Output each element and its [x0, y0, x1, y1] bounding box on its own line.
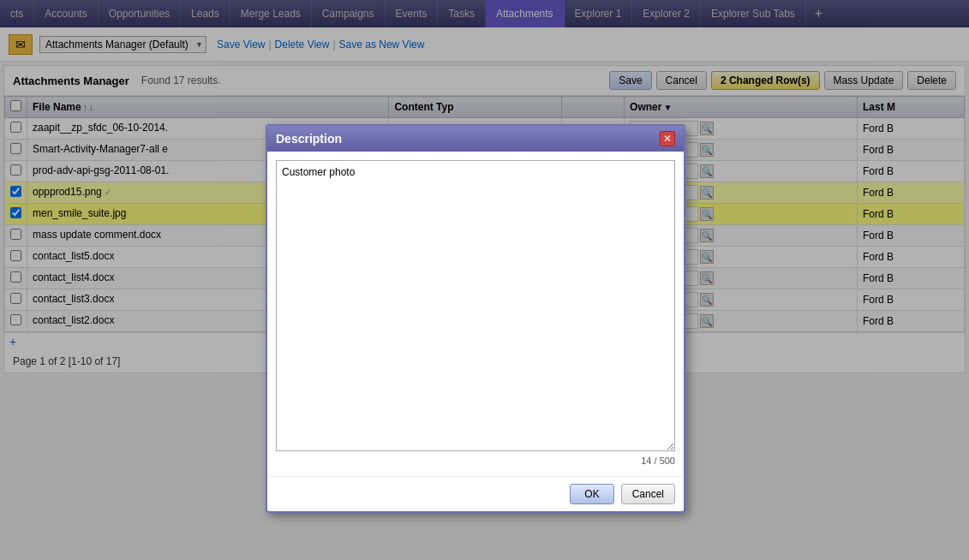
modal-body: Customer photo 14 / 500 — [267, 152, 684, 377]
modal-close-button[interactable]: ✕ — [660, 131, 675, 146]
modal-title: Description — [276, 132, 342, 146]
description-textarea[interactable]: Customer photo — [276, 160, 675, 377]
modal-header: Description ✕ — [267, 126, 684, 152]
description-modal: Description ✕ Customer photo 14 / 500 OK… — [266, 124, 685, 377]
modal-overlay: Description ✕ Customer photo 14 / 500 OK… — [0, 0, 969, 377]
